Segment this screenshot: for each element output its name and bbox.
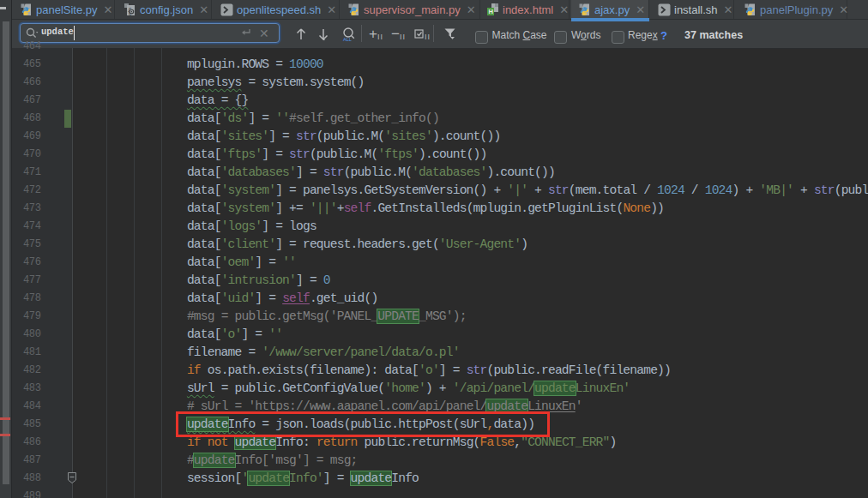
svg-text:H: H (489, 8, 493, 15)
